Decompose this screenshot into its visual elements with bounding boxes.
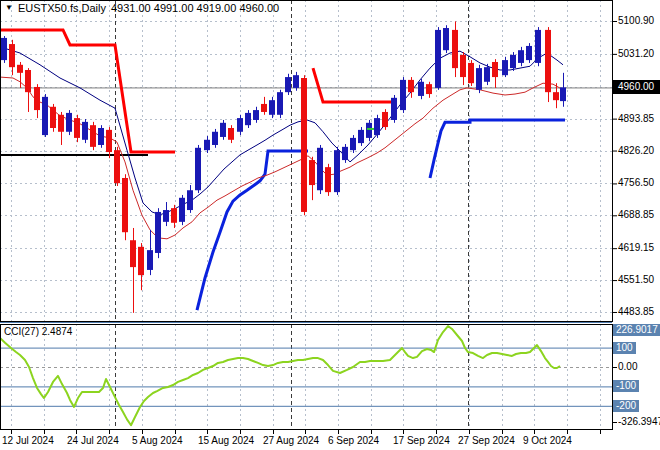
price-axis-label: 4893.85 [618, 113, 654, 125]
candle [269, 97, 275, 118]
candle [374, 115, 380, 138]
candle [317, 145, 323, 194]
candle [138, 243, 144, 290]
ohlc-values: 4931.00 4991.00 4919.00 4960.00 [111, 2, 279, 14]
time-axis-label: 5 Aug 2024 [132, 435, 183, 446]
price-axis-label: 4619.15 [618, 242, 654, 254]
time-axis-label: 17 Sep 2024 [393, 435, 450, 446]
time-axis-label: 27 Aug 2024 [263, 435, 319, 446]
candle [435, 27, 441, 90]
candle [518, 47, 524, 66]
candle [502, 57, 508, 77]
current-price-label: 4960.00 [612, 80, 660, 94]
time-axis-label: 6 Sep 2024 [328, 435, 379, 446]
candle [334, 147, 340, 195]
candle [285, 74, 291, 95]
indicator-axis-label: 226.9017 [613, 324, 660, 336]
price-axis-label: 4756.50 [618, 177, 654, 189]
symbol-dropdown-icon[interactable]: ▼ [5, 3, 13, 13]
price-axis-label: 4551.50 [618, 274, 654, 286]
candle [50, 104, 56, 132]
candle [122, 174, 128, 240]
price-axis-label: 4826.20 [618, 145, 654, 157]
chart-canvas[interactable] [0, 0, 660, 450]
price-axis-label: 4483.85 [618, 306, 654, 318]
indicator-axis-label: -326.3947 [618, 416, 660, 428]
candle [34, 84, 40, 118]
candle [220, 120, 226, 140]
candle [204, 136, 210, 153]
time-axis-label: 9 Oct 2024 [523, 435, 572, 446]
indicator-axis-label: 0.00 [618, 361, 637, 373]
candle [468, 60, 474, 86]
time-axis-label: 24 Jul 2024 [67, 435, 119, 446]
candle [245, 110, 251, 128]
candle [9, 40, 15, 75]
candle [212, 129, 218, 148]
candle [452, 21, 458, 77]
candle [261, 97, 267, 115]
candle [98, 125, 104, 148]
candle [526, 43, 532, 63]
candle [418, 79, 424, 99]
candle [82, 119, 88, 143]
candle [237, 115, 243, 135]
indicator-panel[interactable] [0, 324, 612, 430]
candle [1, 36, 7, 63]
candle [114, 147, 120, 186]
candle [426, 82, 432, 98]
candle [325, 164, 331, 196]
candle [443, 25, 449, 53]
candle [25, 68, 31, 112]
candle [130, 228, 136, 313]
candle [179, 195, 185, 225]
price-axis-label: 5100.90 [618, 15, 654, 27]
time-axis-label: 27 Sep 2024 [458, 435, 515, 446]
candle [147, 230, 153, 275]
candle [171, 205, 177, 228]
candle [535, 27, 541, 66]
candle [90, 122, 96, 150]
candle [545, 27, 551, 102]
candle [391, 95, 397, 123]
indicator-axis-label: 100 [613, 342, 636, 354]
time-axis-label: 15 Aug 2024 [198, 435, 254, 446]
candle [74, 115, 80, 142]
candle [66, 110, 72, 135]
indicator-axis-label: -100 [613, 380, 639, 392]
indicator-label: CCI(27) 2.4874 [4, 326, 72, 337]
chart-window: ▼ EUSTX50.fs,Daily 4931.00 4991.00 4919.… [0, 0, 660, 450]
candle [309, 157, 315, 200]
candle [187, 185, 193, 213]
candle [492, 59, 498, 88]
candle [301, 75, 307, 215]
candle [400, 77, 406, 113]
candle [106, 127, 112, 158]
candle [342, 144, 348, 163]
candle [253, 107, 259, 123]
candle [460, 52, 466, 85]
price-axis-label: 4688.85 [618, 209, 654, 221]
time-axis-label: 12 Jul 2024 [2, 435, 54, 446]
candle [42, 94, 48, 137]
candle [163, 202, 169, 226]
candle [58, 112, 64, 145]
symbol-period-label: EUSTX50.fs,Daily [18, 2, 106, 14]
candle [510, 52, 516, 71]
candle [476, 65, 482, 93]
candle [293, 72, 299, 91]
candle [366, 120, 372, 141]
main-chart[interactable] [0, 0, 612, 321]
candle [155, 208, 161, 258]
candle [195, 145, 201, 193]
candle [277, 90, 283, 118]
candle [358, 127, 364, 146]
chart-title: ▼ EUSTX50.fs,Daily 4931.00 4991.00 4919.… [5, 2, 279, 14]
indicator-axis-label: -200 [613, 400, 639, 412]
price-axis-label: 5031.20 [618, 48, 654, 60]
candle [350, 135, 356, 153]
candle [382, 109, 388, 130]
candle [228, 125, 234, 143]
candle [560, 73, 566, 107]
